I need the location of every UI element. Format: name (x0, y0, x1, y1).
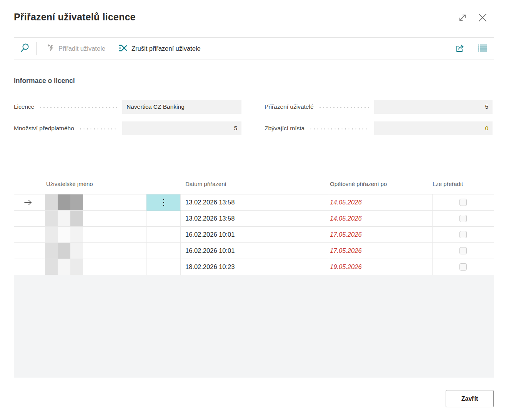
redacted-user-name (45, 211, 83, 227)
cell-assignment-date[interactable]: 18.02.2026 10:23 (181, 259, 329, 275)
close-dialog-button[interactable] (475, 11, 490, 25)
cell-reassign-after[interactable]: 14.05.2026 (329, 194, 433, 211)
cell-spacer[interactable] (146, 243, 181, 259)
table-row-indicator (14, 259, 42, 275)
table-row-indicator (14, 227, 42, 243)
can-reassign-checkbox[interactable] (459, 263, 467, 271)
field-remaining-seats-label: Zbývající místa (265, 125, 305, 132)
cell-can-reassign (433, 243, 494, 259)
field-assigned-users-label: Přiřazení uživatelé (265, 103, 314, 110)
grid-empty-area (14, 275, 494, 378)
action-toolbar: Přiřadit uživatele Zrušit přiřazení uživ… (14, 37, 494, 60)
column-header-assignment-date[interactable]: Datum přiřazení (185, 181, 226, 187)
assign-users-button[interactable]: Přiřadit uživatele (47, 38, 105, 60)
column-header-user-name[interactable]: Uživatelské jméno (46, 181, 93, 187)
redacted-user-name (45, 227, 83, 243)
grid-column-headers: Uživatelské jméno Datum přiřazení Opětov… (0, 181, 506, 189)
expand-dialog-button[interactable] (456, 12, 469, 25)
table-row-indicator (14, 194, 42, 211)
current-row-arrow-icon (24, 199, 32, 206)
diagonal-resize-icon (458, 13, 467, 23)
page-title: Přiřazení uživatelů licence (14, 12, 136, 23)
close-icon (477, 12, 488, 24)
cell-can-reassign (433, 194, 494, 211)
cell-spacer[interactable] (146, 211, 181, 227)
column-header-can-reassign[interactable]: Lze přeřadit (433, 181, 463, 187)
section-title-license-info: Informace o licenci (14, 77, 75, 85)
cell-spacer[interactable] (146, 227, 181, 243)
field-assigned-users-value[interactable]: 5 (374, 100, 493, 114)
cell-user-name-redacted[interactable] (42, 227, 146, 243)
cell-assignment-date[interactable]: 13.02.2026 13:58 (181, 194, 329, 211)
share-button[interactable] (454, 43, 466, 55)
cell-reassign-after[interactable]: 19.05.2026 (329, 259, 433, 275)
cell-reassign-after[interactable]: 17.05.2026 (329, 227, 433, 243)
cell-user-name-redacted[interactable] (42, 259, 146, 275)
cell-user-name-redacted[interactable] (42, 211, 146, 227)
cell-can-reassign (433, 259, 494, 275)
cell-spacer[interactable] (146, 259, 181, 275)
field-subscription-quantity-value[interactable]: 5 (122, 121, 241, 135)
unassign-users-label: Zrušit přiřazení uživatele (131, 45, 201, 52)
redacted-user-name (45, 194, 83, 211)
can-reassign-checkbox[interactable] (459, 247, 467, 254)
search-button[interactable] (14, 38, 36, 60)
dotted-leader (318, 107, 369, 108)
remove-user-icon (118, 44, 128, 54)
close-button[interactable]: Zavřít (446, 390, 494, 407)
cell-reassign-after[interactable]: 14.05.2026 (329, 211, 433, 227)
field-subscription-quantity: Množství předplatného 5 (14, 121, 241, 135)
can-reassign-checkbox[interactable] (459, 231, 467, 238)
dotted-leader (79, 128, 117, 129)
search-icon (20, 43, 30, 54)
field-remaining-seats-value[interactable]: 0 (374, 121, 493, 135)
table-row-indicator (14, 211, 42, 227)
cell-user-name-redacted[interactable] (42, 194, 146, 211)
assign-users-label: Přiřadit uživatele (58, 45, 105, 52)
cell-assignment-date[interactable]: 13.02.2026 13:58 (181, 211, 329, 227)
cell-assignment-date[interactable]: 16.02.2026 10:01 (181, 243, 329, 259)
selected-cell-more-options[interactable] (146, 194, 181, 211)
can-reassign-checkbox[interactable] (459, 199, 467, 206)
field-license-label: Licence (14, 103, 34, 110)
list-view-icon (478, 43, 488, 54)
toolbar-divider (36, 42, 37, 55)
cell-user-name-redacted[interactable] (42, 243, 146, 259)
column-header-reassign-after[interactable]: Opětovné přiřazení po (330, 181, 387, 187)
unassign-users-button[interactable]: Zrušit přiřazení uživatele (118, 38, 201, 60)
can-reassign-checkbox[interactable] (459, 215, 467, 222)
redacted-user-name (45, 259, 83, 275)
field-assigned-users: Přiřazení uživatelé 5 (265, 100, 493, 114)
table-row-indicator (14, 243, 42, 259)
field-remaining-seats: Zbývající místa 0 (265, 121, 493, 135)
vertical-ellipsis-icon (163, 199, 164, 206)
field-license-value[interactable]: Navertica CZ Banking (122, 100, 241, 114)
cell-assignment-date[interactable]: 16.02.2026 10:01 (181, 227, 329, 243)
cell-can-reassign (433, 227, 494, 243)
cell-can-reassign (433, 211, 494, 227)
field-subscription-quantity-label: Množství předplatného (14, 125, 74, 132)
lightning-plus-icon (47, 44, 55, 54)
dotted-leader (309, 128, 369, 129)
share-icon (455, 43, 465, 54)
list-view-button[interactable] (476, 43, 489, 55)
cell-reassign-after[interactable]: 17.05.2026 (329, 243, 433, 259)
dotted-leader (39, 107, 117, 108)
redacted-user-name (45, 243, 83, 259)
license-users-grid: 13.02.2026 13:58 14.05.2026 13.02.2026 1… (14, 194, 494, 275)
field-license: Licence Navertica CZ Banking (14, 100, 241, 114)
